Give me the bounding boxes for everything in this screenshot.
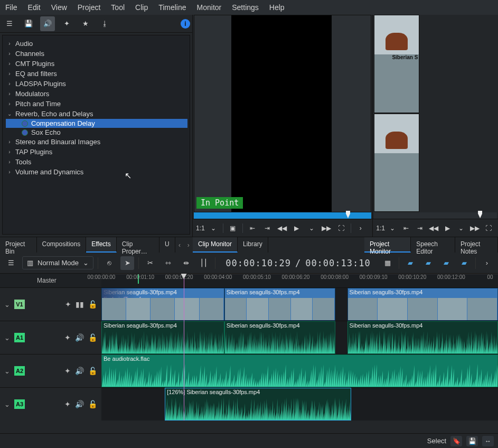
chevron-right-icon[interactable]: › [354, 222, 367, 234]
fx-icon[interactable]: ✦ [64, 367, 71, 375]
tab-project-bin[interactable]: Project Bin [0, 237, 37, 253]
tab-library[interactable]: Library [238, 237, 268, 253]
playhead[interactable] [184, 274, 184, 421]
chevron-down-icon[interactable]: ⌄ [207, 222, 220, 234]
grid-icon[interactable]: ▦ [381, 256, 394, 270]
tabs-scroll-right-icon[interactable]: › [184, 237, 193, 253]
cut-icon[interactable]: ✂ [143, 256, 157, 270]
crop-icon[interactable]: ⛶ [335, 222, 347, 234]
lock-icon[interactable]: 🔓 [88, 400, 97, 408]
visibility-icon[interactable]: ▮▮ [76, 300, 84, 309]
save-icon[interactable]: 💾 [21, 16, 36, 31]
forward-icon[interactable]: ▶▶ [320, 222, 333, 234]
project-monitor-frame-bottom[interactable] [374, 114, 419, 212]
timecode-position[interactable]: 00:00:10:29 [225, 258, 291, 268]
timeline-ruler[interactable]: 00:00:00:0000:00:01:1000:00:02:2000:00:0… [101, 274, 498, 287]
fx-icon[interactable]: ✦ [64, 400, 71, 408]
menu-help[interactable]: Help [269, 3, 285, 12]
fav-icon[interactable]: ★ [78, 16, 93, 31]
marker-a-icon[interactable]: ▰ [403, 256, 417, 270]
save-icon[interactable]: 💾 [466, 436, 478, 446]
speaker-icon[interactable]: 🔊 [75, 333, 84, 342]
timeline-clip[interactable]: [126%] Siberian seagulls-30fps.mp4 [165, 388, 351, 421]
go-out-icon[interactable]: ⇥ [414, 222, 426, 234]
rewind-icon[interactable]: ◀◀ [427, 222, 440, 234]
timeline-clip[interactable]: Siberian seagulls-30fps.mp4 [347, 288, 498, 321]
track-lane[interactable]: Siberian seagulls-30fps.mp4Fade in/Trans… [101, 288, 498, 321]
tree-effect-item[interactable]: Compensation Delay [6, 119, 187, 128]
clip-monitor-ruler[interactable] [194, 212, 371, 219]
spacer-icon[interactable]: ⇿ [161, 256, 175, 270]
timeline-clip[interactable]: Siberian seagulls-30fps.mp4 [101, 321, 224, 354]
tree-category[interactable]: ›Pitch and Time [6, 99, 187, 109]
tree-category[interactable]: ⌄Reverb, Echo and Delays [6, 109, 187, 119]
forward-icon[interactable]: ▶▶ [468, 222, 481, 234]
lock-icon[interactable]: 🔓 [88, 367, 97, 375]
timeline-clip[interactable]: Siberian seagulls-30fps.mp4 [224, 288, 335, 321]
tree-category[interactable]: ›LADSPA Plugins [6, 79, 187, 89]
track-header[interactable]: ⌄ A1 ✦ 🔊 🔓 [0, 321, 101, 354]
speaker-icon[interactable]: 🔊 [75, 400, 84, 408]
hamburger-icon[interactable]: ☰ [4, 256, 18, 270]
tree-category[interactable]: ›Tools [6, 157, 187, 167]
tab-more[interactable]: U [159, 237, 175, 253]
ripple-icon[interactable]: ⎋ [102, 256, 116, 270]
zoom-value[interactable]: 1:1 [196, 225, 205, 232]
menu-tool[interactable]: Tool [111, 3, 125, 12]
tree-category[interactable]: ›EQ and filters [6, 69, 187, 79]
marker-b-icon[interactable]: ▰ [421, 256, 435, 270]
tree-category[interactable]: ›Volume and Dynamics [6, 167, 187, 177]
fav-outline-icon[interactable]: ✦ [59, 16, 74, 31]
menu-monitor[interactable]: Monitor [197, 3, 222, 12]
project-monitor-frame-top[interactable]: Siberian S [374, 15, 419, 113]
tab-effects[interactable]: Effects [86, 237, 116, 253]
clip-monitor-view[interactable]: In Point [194, 15, 371, 212]
tree-category[interactable]: ›Audio [6, 39, 187, 49]
tab-clip-monitor[interactable]: Clip Monitor [193, 237, 238, 253]
edit-mode-dropdown[interactable]: ▥ Normal Mode ⌄ [22, 256, 93, 269]
track-header[interactable]: ⌄ V1 ✦ ▮▮ 🔓 [0, 288, 101, 321]
download-icon[interactable]: ⭳ [97, 16, 112, 31]
tree-category[interactable]: ›Modulators [6, 89, 187, 99]
tree-effect-item[interactable]: Sox Echo [6, 128, 187, 137]
select-tool-icon[interactable]: ➤ [120, 256, 134, 270]
chevron-down-icon[interactable]: ⌄ [305, 222, 318, 234]
play-icon[interactable]: ▶ [441, 222, 454, 234]
tab-project-notes[interactable]: Project Notes [455, 237, 498, 253]
timeline[interactable]: Master 00:00:00:0000:00:01:1000:00:02:20… [0, 274, 498, 421]
timeline-clip[interactable]: Siberian seagulls-30fps.mp4 [347, 321, 498, 354]
menu-file[interactable]: File [5, 3, 17, 12]
chevron-down-icon[interactable]: ⌄ [4, 367, 10, 375]
menu-settings[interactable]: Settings [232, 3, 259, 12]
fx-icon[interactable]: ✦ [65, 300, 71, 309]
tab-compositions[interactable]: Compositions [37, 237, 87, 253]
crop-icon[interactable]: ⛶ [482, 222, 495, 234]
info-icon[interactable]: i [181, 19, 190, 29]
tab-clip-properties[interactable]: Clip Proper… [117, 237, 159, 253]
menu-project[interactable]: Project [78, 3, 101, 12]
expand-icon[interactable]: ↔ [482, 436, 494, 446]
track-header[interactable]: ⌄ A3 ✦ 🔊 🔓 [0, 388, 101, 421]
lock-icon[interactable]: 🔓 [88, 300, 97, 309]
marker-c-icon[interactable]: ▰ [439, 256, 453, 270]
tree-toggle-icon[interactable]: ☰ [2, 16, 17, 31]
timeline-clip[interactable]: Siberian seagulls-30fps.mp4 [224, 321, 335, 354]
rewind-icon[interactable]: ◀◀ [276, 222, 288, 234]
chevron-down-icon[interactable]: ⌄ [4, 301, 10, 309]
marker-d-icon[interactable]: ▰ [457, 256, 471, 270]
tree-category[interactable]: ›TAP Plugins [6, 147, 187, 157]
menu-edit[interactable]: Edit [28, 3, 41, 12]
select-mode-label[interactable]: Select [427, 437, 446, 445]
snap-icon[interactable]: ⇹ [179, 256, 193, 270]
tree-category[interactable]: ›CMT Plugins [6, 59, 187, 69]
chevron-down-icon[interactable]: ⌄ [455, 222, 467, 234]
tag-icon[interactable]: 🔖 [450, 436, 462, 446]
chevron-down-icon[interactable]: ⌄ [4, 334, 10, 342]
play-icon[interactable]: ▶ [290, 222, 303, 234]
audio-icon[interactable]: 🔊 [40, 16, 55, 31]
go-out-icon[interactable]: ⇥ [261, 222, 274, 234]
timeline-clip[interactable]: Be audiotrack.flac [101, 354, 498, 387]
track-lane[interactable]: [126%] Siberian seagulls-30fps.mp4 [101, 388, 498, 421]
tree-category[interactable]: ›Stereo and Binaural Images [6, 137, 187, 147]
frame-icon[interactable]: ▣ [227, 222, 239, 234]
